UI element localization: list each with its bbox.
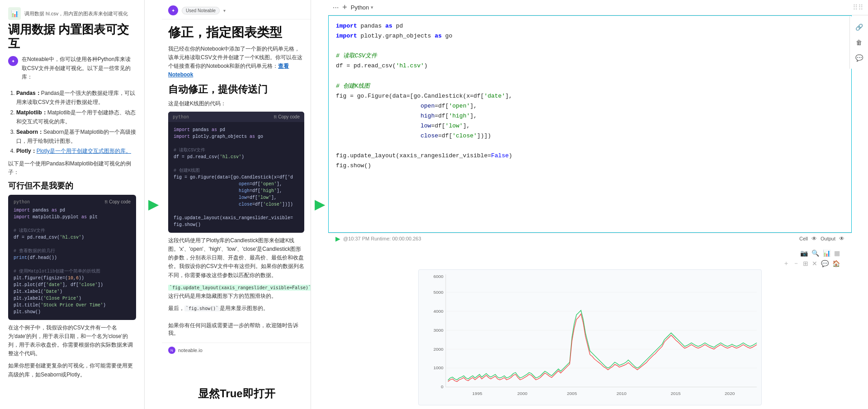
plotly-link[interactable]: Plotly是一个用于创建交互式图形的库。 [37, 148, 131, 154]
svg-text:2015: 2015 [670, 391, 681, 396]
middle-content: 修正，指定图表类型 我已经在你的Notebook中添加了一个新的代码单元格，该单… [162, 19, 311, 322]
close-chart-button[interactable]: ✕ [812, 259, 817, 268]
top-icon-row: 📊 调用数据 hl.csv，用内置的图表库来创建可视化 [8, 7, 136, 20]
left-heading: 调用数据 内置图表可交互 [8, 23, 136, 51]
python-button[interactable]: Python ▾ [351, 4, 373, 11]
left-footer1: 在这个例子中，我假设你的CSV文件有一个名为'date'的列，用于表示日期，和一… [8, 324, 136, 358]
code-line-1: import pandas as pd [336, 21, 844, 31]
zoom-in-button[interactable]: ＋ [783, 259, 789, 268]
chart-toolbar: 📷 🔍 📊 ▦ [800, 249, 840, 257]
home-button[interactable]: 🏠 [832, 259, 840, 268]
arrow1-icon: ▶ [148, 197, 158, 212]
chart-icon: 📊 [8, 7, 21, 20]
middle-copy-button[interactable]: ⎘ Copy code [274, 114, 300, 119]
example-intro: 以下是一个使用Pandas和Matplotlib创建可视化的例子： [8, 160, 136, 177]
code-line-10: close=df['close'])]) [336, 131, 844, 141]
noteable-footer: N noteable.io [162, 343, 311, 357]
noteable-dot: N [168, 347, 175, 354]
toolbar-left: ··· + Python ▾ [333, 3, 373, 12]
bar-chart-button[interactable]: ▦ [834, 249, 840, 257]
code-line-12: fig.show() [336, 161, 844, 171]
drag-handle[interactable]: ⠿⠿ [853, 3, 863, 12]
svg-text:1000: 1000 [434, 365, 444, 370]
middle-code-block: python ⎘ Copy code import pandas as pd i… [168, 112, 304, 233]
left-footer2: 如果你想要创建更复杂的可视化，你可能需要使用更高级的库，如Seaborn或Plo… [8, 362, 136, 379]
svg-text:6000: 6000 [434, 274, 444, 279]
code-header: python ⎘ Copy code [14, 199, 131, 204]
right-panel: ··· + Python ▾ ⠿⠿ 🔗 🗑 💬 import pandas as… [328, 0, 868, 409]
chevron-icon[interactable]: ▾ [223, 8, 226, 13]
arrow1: ▶ [145, 0, 162, 409]
svg-text:5000: 5000 [434, 290, 444, 295]
svg-text:2005: 2005 [567, 391, 577, 396]
python-chevron-icon: ▾ [371, 5, 373, 10]
view-notebook-link[interactable]: 查看 Notebook [168, 63, 289, 78]
grid-button[interactable]: ⊞ [803, 259, 808, 268]
run-button[interactable]: ▶ [335, 235, 340, 242]
zoom-out-button[interactable]: － [793, 259, 799, 268]
add-button[interactable]: + [342, 3, 347, 12]
code-line-11: fig.update_layout(xaxis_rangeslider_visi… [336, 151, 844, 161]
code-line-blank3 [336, 141, 844, 151]
code-editor[interactable]: import pandas as pd import plotly.graph_… [328, 15, 852, 233]
run-info: @10:37 PM Runtime: 00:00:00.263 [343, 236, 421, 241]
svg-text:1995: 1995 [472, 391, 483, 396]
code-line-8: high=df['high'], [336, 111, 844, 121]
note2-code: `fig.update_layout(xaxis_rangeslider_vis… [168, 285, 311, 291]
svg-text:2020: 2020 [725, 391, 735, 396]
right-side-icons: 🔗 🗑 💬 [849, 16, 868, 69]
overlay-middle: 显然True即打开 [198, 386, 275, 401]
list-item: Seaborn：Seaborn是基于Matplotlib的一个高级接口，用于绘制… [16, 127, 136, 146]
middle-bottom: 如果你有任何问题或需要进一步的帮助，欢迎随时告诉我。 [162, 322, 311, 343]
middle-sub-heading: 自动修正，提供传送门 [168, 84, 304, 95]
dots-button[interactable]: ··· [333, 4, 339, 12]
delete-button[interactable]: 🗑 [853, 36, 865, 49]
used-noteable-badge: Used Noteable [182, 7, 220, 14]
comment-button[interactable]: 💬 [853, 52, 865, 64]
list-item: Matplotlib：Matplotlib是一个用于创建静态、动态和交互式可视化… [16, 108, 136, 127]
code-line-blank [336, 41, 844, 51]
middle-heading: 修正，指定图表类型 [168, 25, 304, 40]
chart-area: 📷 🔍 📊 ▦ ＋ － ⊞ ✕ 💬 🏠 0 1000 [328, 246, 852, 409]
middle-panel: ✦ Used Noteable ▾ 修正，指定图表类型 我已经在你的Notebo… [162, 0, 311, 409]
zoom-button[interactable]: 🔍 [811, 249, 819, 257]
middle-note2: `fig.update_layout(xaxis_rangeslider_vis… [168, 283, 304, 301]
chart-type-button[interactable]: 📊 [823, 249, 830, 257]
link-button[interactable]: 🔗 [853, 21, 865, 33]
code-content: import pandas as pd import matplotlib.py… [14, 207, 131, 315]
code-line-blank2 [336, 71, 844, 81]
middle-code-header: python ⎘ Copy code [168, 112, 304, 122]
cell-label: Cell [799, 236, 808, 241]
camera-button[interactable]: 📷 [800, 249, 808, 257]
output-eye-button[interactable]: 👁 [839, 235, 844, 242]
copy-icon: ⎘ [105, 199, 108, 204]
stock-chart: 0 1000 2000 3000 4000 5000 6000 1995 200… [418, 269, 762, 405]
code-line-9: low=df['low'], [336, 121, 844, 131]
code-line-6: fig = go.Figure(data=[go.Candlestick(x=d… [336, 91, 844, 101]
copy-button[interactable]: ⎘ Copy code [105, 199, 131, 204]
run-bar: ▶ @10:37 PM Runtime: 00:00:00.263 Cell 👁… [328, 233, 852, 244]
footer-q: 如果你有任何问题或需要进一步的帮助，欢迎随时告诉我。 [168, 322, 304, 337]
ai-section: ✦ 在Noteable中，你可以使用各种Python库来读取CSV文件并创建可视… [8, 55, 136, 85]
svg-text:2010: 2010 [617, 391, 627, 396]
code-line-4: df = pd.read_csv('hl.csv') [336, 61, 844, 71]
copy-label: Copy code [109, 199, 131, 204]
svg-text:4000: 4000 [434, 309, 444, 314]
chart-toolbar2: ＋ － ⊞ ✕ 💬 🏠 [783, 259, 840, 268]
svg-text:3000: 3000 [434, 327, 444, 332]
code-line-7: open=df['open'], [336, 101, 844, 111]
code-intro-text: 这是创建K线图的代码： [168, 99, 304, 108]
copy-icon: ⎘ [274, 114, 277, 119]
svg-text:0: 0 [441, 384, 443, 389]
middle-note1: 这段代码使用了Plotly库的Candlestick图形来创建K线图。'x'、'… [168, 236, 304, 280]
arrow2: ▶ [311, 0, 328, 409]
chat-button[interactable]: 💬 [821, 259, 829, 268]
right-toolbar: ··· + Python ▾ ⠿⠿ [328, 0, 868, 15]
svg-text:2000: 2000 [517, 391, 528, 396]
list-item: Plotly：Plotly是一个用于创建交互式图形的库。 [16, 146, 136, 155]
cell-output-bar: Cell 👁 Output 👁 [799, 235, 844, 242]
code-line-2: import plotly.graph_objects as go [336, 31, 844, 41]
ai-icon: ✦ [8, 56, 18, 66]
cell-eye-button[interactable]: 👁 [811, 235, 817, 242]
code-line-5: # 创建K线图 [336, 81, 844, 91]
